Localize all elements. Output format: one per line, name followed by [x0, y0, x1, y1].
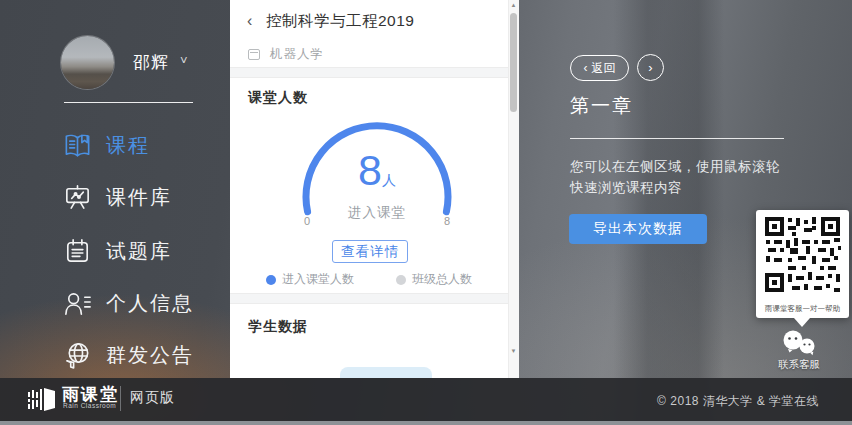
sidebar-item-label: 课程 — [106, 132, 150, 159]
scroll-up-icon[interactable]: ▲ — [509, 2, 518, 8]
attendance-section-title: 课堂人数 — [248, 89, 308, 107]
sidebar-item-label: 课件库 — [106, 184, 172, 211]
return-button-label: 返回 — [592, 60, 616, 77]
attendance-gauge: 0 8 8人 进入课堂 — [297, 118, 457, 232]
gauge-legend: 进入课堂人数 班级总人数 — [230, 271, 508, 288]
legend-label: 班级总人数 — [412, 271, 472, 288]
lesson-subtitle: 机器人学 — [270, 46, 324, 63]
students-section-title: 学生数据 — [248, 318, 308, 336]
next-button[interactable]: › — [637, 54, 664, 81]
chevron-down-icon[interactable]: ˅ — [180, 53, 188, 68]
gauge-value: 8人 — [297, 146, 457, 195]
copyright-text: © 2018 清华大学 & 学堂在线 — [657, 393, 819, 410]
panel-scrollbar[interactable]: ▲ ▼ — [508, 0, 519, 378]
scroll-hint-text: 您可以在左侧区域，使用鼠标滚轮 快速浏览课程内容 — [570, 156, 780, 198]
qr-code — [762, 214, 843, 295]
popup-tail — [794, 318, 810, 327]
sidebar-divider — [64, 102, 193, 103]
bottom-edge-strip — [0, 421, 852, 425]
scrollbar-thumb[interactable] — [510, 13, 517, 112]
footer-bar: 雨课堂 Rain Classroom 网页版 © 2018 清华大学 & 学堂在… — [0, 378, 852, 421]
gauge-number: 8 — [358, 146, 382, 194]
section-divider — [230, 293, 508, 304]
return-button[interactable]: ‹ 返回 — [570, 55, 629, 81]
sidebar-item-announcement[interactable]: 群发公告 — [62, 340, 194, 371]
sidebar-item-question-bank[interactable]: 试题库 — [62, 236, 172, 267]
course-data-panel: ‹ 控制科学与工程2019 机器人学 课堂人数 0 8 8人 进入课堂 查看详情… — [230, 0, 519, 378]
user-name: 邵辉 — [133, 51, 169, 74]
back-chevron-icon[interactable]: ‹ — [247, 12, 252, 30]
legend-label: 进入课堂人数 — [282, 271, 354, 288]
back-chevron-icon: ‹ — [584, 61, 588, 75]
export-data-button[interactable]: 导出本次数据 — [569, 214, 707, 244]
footer-divider — [120, 386, 121, 411]
book-icon — [62, 130, 93, 161]
app-window: 邵辉 ˅ 课程 课件库 试题库 — [0, 0, 852, 425]
wechat-contact-icon[interactable] — [780, 330, 818, 356]
scrolled-content-peek — [340, 367, 432, 378]
question-bank-icon — [62, 236, 93, 267]
legend-entered: 进入课堂人数 — [266, 271, 354, 288]
web-version-label: 网页版 — [130, 389, 175, 407]
legend-dot-blue — [266, 275, 276, 285]
sidebar-item-courseware[interactable]: 课件库 — [62, 182, 172, 213]
courseware-icon — [62, 182, 93, 213]
qr-caption: 雨课堂客服一对一帮助 — [756, 304, 849, 314]
rain-classroom-logo-icon — [28, 386, 56, 413]
legend-dot-gray — [396, 275, 406, 285]
gauge-unit: 人 — [382, 172, 396, 188]
brand-subtitle: Rain Classroom — [63, 402, 116, 409]
sidebar-item-profile[interactable]: 个人信息 — [62, 288, 194, 319]
customer-service-qr-popup: 雨课堂客服一对一帮助 — [756, 210, 849, 318]
announcement-icon — [62, 340, 93, 371]
chapter-title: 第一章 — [570, 93, 633, 119]
contact-service-label: 联系客服 — [766, 358, 832, 372]
hint-line-2: 快速浏览课程内容 — [570, 177, 780, 198]
avatar[interactable] — [61, 36, 114, 89]
sidebar-item-courses[interactable]: 课程 — [62, 130, 150, 161]
legend-class-total: 班级总人数 — [396, 271, 472, 288]
forward-chevron-icon: › — [648, 60, 652, 75]
sidebar-item-label: 个人信息 — [106, 290, 194, 317]
sidebar-item-label: 群发公告 — [106, 342, 194, 369]
gauge-caption: 进入课堂 — [297, 204, 457, 222]
scroll-down-icon[interactable]: ▼ — [509, 348, 518, 354]
section-divider — [230, 67, 508, 78]
lesson-doc-icon — [248, 49, 260, 60]
chapter-underline — [570, 138, 784, 139]
view-details-button[interactable]: 查看详情 — [332, 240, 408, 263]
sidebar-item-label: 试题库 — [106, 238, 172, 265]
hint-line-1: 您可以在左侧区域，使用鼠标滚轮 — [570, 156, 780, 177]
profile-icon — [62, 288, 93, 319]
course-title: 控制科学与工程2019 — [266, 11, 414, 32]
